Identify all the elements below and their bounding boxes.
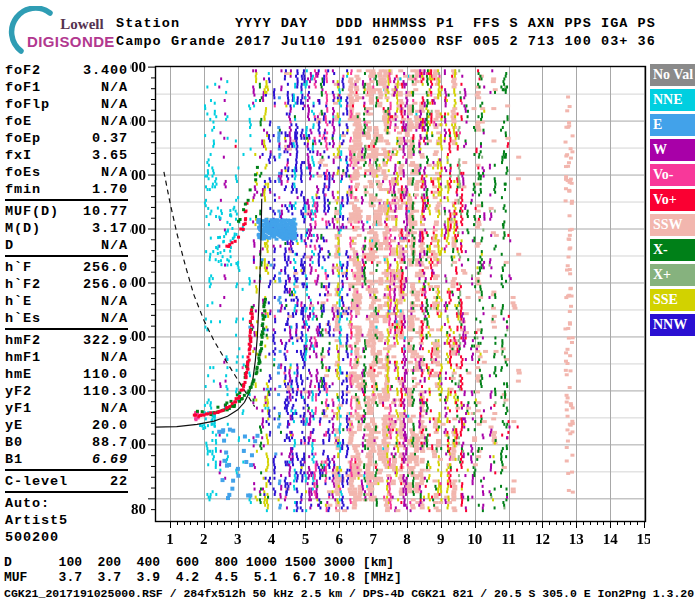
legend-item-vo: Vo+ <box>650 189 695 211</box>
param-label: yE <box>5 417 23 434</box>
param-label: hmF1 <box>5 349 41 366</box>
status-line: CGK21_2017191025000.RSF / 284fx512h 50 k… <box>4 587 694 600</box>
panel-divider <box>5 469 128 471</box>
param-row-mufd: MUF(D)10.77 <box>5 203 128 220</box>
param-label: foEp <box>5 130 41 147</box>
autoscaling-info: Artist5 <box>5 512 128 529</box>
legend-item-x: X+ <box>650 264 695 286</box>
param-value: N/A <box>101 310 128 327</box>
param-row-foe: foEN/A <box>5 113 128 130</box>
param-label: foFlp <box>5 96 50 113</box>
param-row-ye: yE20.0 <box>5 417 128 434</box>
panel-divider <box>5 328 128 330</box>
param-row-fxi: fxI3.65 <box>5 147 128 164</box>
param-value: 20.0 <box>92 417 128 434</box>
param-row-foflp: foFlpN/A <box>5 96 128 113</box>
param-value: 6.69 <box>92 451 128 468</box>
param-value: N/A <box>101 237 128 254</box>
param-label: foEs <box>5 164 41 181</box>
autoscaling-text: Artist5 <box>5 512 68 529</box>
param-value: N/A <box>101 113 128 130</box>
param-value: 88.7 <box>92 434 128 451</box>
param-label: MUF(D) <box>5 203 59 220</box>
ionogram-screen: Lowell DIGISONDE Station YYYY DAY DDD HH… <box>0 0 700 600</box>
param-label: D <box>5 237 14 254</box>
param-value: 110.0 <box>83 366 128 383</box>
param-value: 10.77 <box>83 203 128 220</box>
param-value: N/A <box>101 400 128 417</box>
param-row-foep: foEp0.37 <box>5 130 128 147</box>
param-label: h`E <box>5 293 32 310</box>
parameter-panel: foF23.400foF1N/AfoFlpN/AfoEN/AfoEp0.37fx… <box>5 62 128 546</box>
param-label: yF2 <box>5 383 32 400</box>
param-value: 22 <box>110 473 128 490</box>
panel-divider <box>5 491 128 493</box>
param-row-hes: h`EsN/A <box>5 310 128 327</box>
legend-item-ssw: SSW <box>650 214 695 236</box>
param-value: N/A <box>101 96 128 113</box>
legend-item-x: X- <box>650 239 695 261</box>
param-row-b1: B16.69 <box>5 451 128 468</box>
param-label: B0 <box>5 434 23 451</box>
param-value: 256.0 <box>83 276 128 293</box>
legend-item-vo: Vo- <box>650 164 695 186</box>
param-row-hf2: h`F2256.0 <box>5 276 128 293</box>
param-value: 1.70 <box>92 181 128 198</box>
param-label: foF2 <box>5 62 41 79</box>
param-label: fmin <box>5 181 41 198</box>
panel-divider <box>5 199 128 201</box>
param-row-d: DN/A <box>5 237 128 254</box>
param-value: 3.17 <box>92 220 128 237</box>
param-value: 3.65 <box>92 147 128 164</box>
param-label: foE <box>5 113 32 130</box>
param-label: B1 <box>5 451 23 468</box>
legend-item-nnw: NNW <box>650 314 695 336</box>
param-value: 110.3 <box>83 383 128 400</box>
param-label: h`F <box>5 259 32 276</box>
legend-item-w: W <box>650 139 695 161</box>
muf-scale-row: MUF 3.7 3.7 3.9 4.2 4.5 5.1 6.7 10.8 [MH… <box>4 571 402 585</box>
param-label: hmE <box>5 366 32 383</box>
param-label: h`F2 <box>5 276 41 293</box>
param-value: N/A <box>101 164 128 181</box>
param-row-hmf1: hmF1N/A <box>5 349 128 366</box>
echo-direction-legend: No ValNNEEWVo-Vo+SSWX-X+SSENNW <box>650 64 696 339</box>
legend-item-e: E <box>650 114 695 136</box>
param-row-hme: hmE110.0 <box>5 366 128 383</box>
param-row-yf2: yF2110.3 <box>5 383 128 400</box>
param-row-clevel: C-level22 <box>5 473 128 490</box>
legend-item-noval: No Val <box>650 64 695 86</box>
param-value: 322.9 <box>83 332 128 349</box>
autoscaling-text: 500200 <box>5 529 59 546</box>
param-row-fmin: fmin1.70 <box>5 181 128 198</box>
param-label: hmF2 <box>5 332 41 349</box>
autoscaling-text: Auto: <box>5 495 50 512</box>
param-row-hf: h`F256.0 <box>5 259 128 276</box>
param-row-hmf2: hmF2322.9 <box>5 332 128 349</box>
param-row-b0: B088.7 <box>5 434 128 451</box>
param-label: C-level <box>5 473 68 490</box>
autoscaling-info: Auto: <box>5 495 128 512</box>
param-row-foes: foEsN/A <box>5 164 128 181</box>
param-value: 256.0 <box>83 259 128 276</box>
distance-scale-row: D 100 200 400 600 800 1000 1500 3000 [km… <box>4 556 394 570</box>
param-row-fof2: foF23.400 <box>5 62 128 79</box>
param-row-yf1: yF1N/A <box>5 400 128 417</box>
panel-divider <box>5 255 128 257</box>
param-row-he: h`EN/A <box>5 293 128 310</box>
digisonde-logo: Lowell DIGISONDE <box>4 4 119 54</box>
param-row-fof1: foF1N/A <box>5 79 128 96</box>
logo-digisonde-text: DIGISONDE <box>27 33 122 50</box>
param-label: yF1 <box>5 400 32 417</box>
param-value: N/A <box>101 349 128 366</box>
param-value: 3.400 <box>83 62 128 79</box>
param-row-md: M(D)3.17 <box>5 220 128 237</box>
param-label: fxI <box>5 147 32 164</box>
ionogram-plot <box>130 58 650 554</box>
legend-item-nne: NNE <box>650 89 695 111</box>
param-value: N/A <box>101 79 128 96</box>
header-line-values: Campo Grande 2017 Jul10 191 025000 RSF 0… <box>116 33 656 51</box>
param-label: foF1 <box>5 79 41 96</box>
logo-lowell-text: Lowell <box>44 16 120 33</box>
param-label: h`Es <box>5 310 41 327</box>
